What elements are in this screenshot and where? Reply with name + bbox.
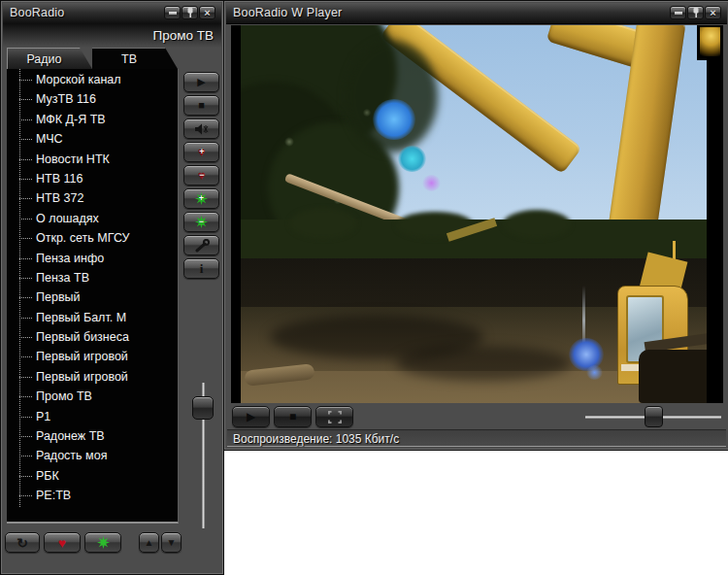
channel-item[interactable]: Морской канал <box>7 70 178 89</box>
play-icon: ▶ <box>197 77 205 87</box>
channel-item[interactable]: Первый игровой <box>7 367 178 387</box>
player-stop-button[interactable]: ■ <box>274 406 312 427</box>
favorite-add-button[interactable]: ♥ + <box>183 142 219 162</box>
minus-overlay: − <box>199 171 204 180</box>
channel-item[interactable]: Первый игровой <box>7 347 178 366</box>
tab-radio[interactable]: Радио <box>7 48 92 69</box>
wrench-icon <box>194 239 210 253</box>
channel-list-panel: Морской каналМузТВ 116МФК Д-Я ТВМЧСНовос… <box>7 69 179 524</box>
channel-item[interactable]: МФК Д-Я ТВ <box>7 110 178 129</box>
tab-tv[interactable]: ТВ <box>92 48 178 69</box>
stop-button[interactable]: ■ <box>183 95 219 116</box>
channel-item[interactable]: Пенза инфо <box>7 249 178 268</box>
channel-item[interactable]: МузТВ 116 <box>7 89 178 109</box>
channel-list: Морской каналМузТВ 116МФК Д-Я ТВМЧСНовос… <box>7 69 178 506</box>
speaker-icon <box>194 123 210 135</box>
groups-button[interactable] <box>84 532 121 553</box>
info-button[interactable]: i <box>183 258 219 279</box>
status-text: Воспроизведение: 1035 Кбит/с <box>233 432 399 446</box>
refresh-icon: ↻ <box>17 536 28 550</box>
channel-item[interactable]: РЕ:ТВ <box>7 486 178 505</box>
player-volume-thumb[interactable] <box>645 406 663 427</box>
lens-flare-cyan <box>398 146 426 172</box>
move-down-button[interactable]: ▼ <box>161 532 182 553</box>
channel-item[interactable]: Радость моя <box>7 446 178 465</box>
group-add-button[interactable]: + <box>183 188 219 209</box>
channel-item[interactable]: Промо ТВ <box>7 387 178 406</box>
watermark-art <box>700 27 720 56</box>
play-icon: ▶ <box>247 411 255 423</box>
tab-radio-label: Радио <box>26 52 61 66</box>
booradio-main-window: BooRadio × Промо ТВ Радио ТВ Морской кан… <box>0 0 224 575</box>
channel-item[interactable]: Откр. сеть МГСУ <box>7 228 178 248</box>
channel-item[interactable]: Первый бизнеса <box>7 327 178 347</box>
lens-flare-small <box>586 365 603 380</box>
tab-tv-label: ТВ <box>121 52 137 66</box>
treeline-bump <box>503 210 571 239</box>
plus-overlay: + <box>199 148 204 156</box>
channel-item[interactable]: О лошадях <box>7 209 178 228</box>
burst-icon <box>96 535 111 550</box>
minimize-button[interactable] <box>164 6 181 19</box>
ground-shadow <box>396 346 571 381</box>
channel-item[interactable]: Новости НТК <box>7 150 178 169</box>
booradio-player-window: BooRadio W Player × <box>223 0 728 451</box>
close-icon: × <box>710 8 715 17</box>
player-minimize-button[interactable] <box>670 6 686 19</box>
close-icon: × <box>204 8 210 17</box>
favorite-remove-button[interactable]: ♥ − <box>183 165 219 186</box>
channel-item[interactable]: Радонеж ТВ <box>7 426 178 446</box>
arrow-down-icon: ▼ <box>167 538 177 548</box>
fullscreen-button[interactable] <box>315 406 353 427</box>
minimize-icon <box>169 12 177 15</box>
channel-item[interactable]: НТВ 372 <box>7 188 178 208</box>
pin-button[interactable] <box>182 6 198 19</box>
arrow-up-icon: ▲ <box>145 538 154 548</box>
window-title: BooRadio <box>10 6 65 19</box>
channel-watermark <box>697 25 723 60</box>
channel-item[interactable]: РБК <box>7 466 178 486</box>
favorites-button[interactable]: ♥ <box>44 532 81 553</box>
channel-item[interactable]: МЧС <box>7 129 178 149</box>
move-up-button[interactable]: ▲ <box>139 532 159 553</box>
player-pin-button[interactable] <box>687 6 704 19</box>
channel-item[interactable]: Р1 <box>7 407 178 426</box>
lens-flare-blue <box>373 99 415 140</box>
settings-button[interactable] <box>183 235 219 255</box>
channel-item[interactable]: Первый Балт. М <box>7 308 178 327</box>
refresh-button[interactable]: ↻ <box>5 532 40 553</box>
stop-icon: ■ <box>198 100 205 111</box>
lens-flare-purple <box>422 175 441 191</box>
mute-button[interactable] <box>183 118 219 139</box>
plus-overlay: + <box>199 194 204 203</box>
minus-overlay: − <box>199 218 204 226</box>
now-playing-strip: Промо ТВ <box>3 23 221 48</box>
player-play-button[interactable]: ▶ <box>232 406 270 427</box>
stop-icon: ■ <box>289 411 296 423</box>
pin-icon <box>184 7 196 18</box>
pin-icon <box>690 7 702 18</box>
player-titlebar[interactable]: BooRadio W Player × <box>226 3 727 24</box>
pillarbox-right <box>707 25 723 403</box>
channel-item[interactable]: НТВ 116 <box>7 169 178 188</box>
fullscreen-icon <box>328 411 342 423</box>
info-icon: i <box>200 262 204 275</box>
play-button[interactable]: ▶ <box>183 72 219 92</box>
main-volume-thumb[interactable] <box>192 396 214 420</box>
channel-item[interactable]: Первый <box>7 288 178 307</box>
treeline-bump <box>289 208 357 239</box>
main-titlebar[interactable]: BooRadio × <box>3 3 221 24</box>
video-display[interactable] <box>231 25 723 403</box>
player-window-title: BooRadio W Player <box>233 6 342 19</box>
player-status-bar: Воспроизведение: 1035 Кбит/с <box>227 429 726 447</box>
now-playing-label: Промо ТВ <box>152 28 214 43</box>
heart-icon: ♥ <box>58 536 66 550</box>
pillarbox-left <box>231 25 241 403</box>
channel-item[interactable]: Пенза ТВ <box>7 268 178 288</box>
player-close-button[interactable]: × <box>705 6 721 19</box>
minimize-icon <box>675 12 682 15</box>
group-remove-button[interactable]: − <box>183 212 219 232</box>
close-button[interactable]: × <box>199 6 215 19</box>
